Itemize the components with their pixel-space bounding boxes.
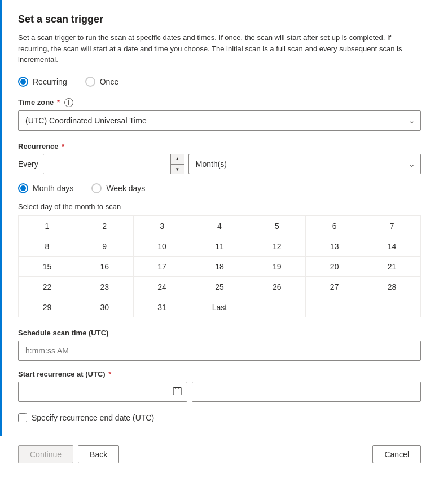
calendar-day[interactable]: 16: [76, 257, 133, 277]
calendar-day[interactable]: 13: [306, 236, 363, 257]
calendar-day[interactable]: 31: [133, 297, 191, 317]
calendar-day[interactable]: 29: [19, 297, 76, 317]
back-button[interactable]: Back: [78, 445, 119, 463]
week-days-radio[interactable]: [91, 183, 102, 193]
every-input[interactable]: 1: [43, 154, 184, 174]
calendar-day[interactable]: 8: [19, 236, 76, 257]
frequency-select-wrapper: Month(s) ⌄: [188, 154, 421, 174]
calendar-day[interactable]: 7: [363, 216, 421, 236]
calendar-day-empty: [363, 297, 421, 317]
recurring-option[interactable]: Recurring: [18, 77, 67, 87]
timezone-section: Time zone * i (UTC) Coordinated Universa…: [18, 98, 421, 131]
calendar-day[interactable]: 15: [19, 257, 76, 277]
calendar-day[interactable]: 9: [76, 236, 133, 257]
calendar-day[interactable]: 19: [248, 257, 306, 277]
calendar-day[interactable]: 17: [133, 257, 191, 277]
calendar-day[interactable]: 24: [133, 277, 191, 297]
day-type-group: Month days Week days: [18, 183, 421, 193]
timezone-label: Time zone * i: [18, 98, 421, 108]
calendar-day[interactable]: 30: [76, 297, 133, 317]
frequency-select[interactable]: Month(s): [188, 154, 421, 174]
calendar-day[interactable]: 28: [363, 277, 421, 297]
calendar-grid: Select day of the month to scan 12345678…: [18, 202, 421, 317]
calendar-day[interactable]: 26: [248, 277, 306, 297]
calendar-day[interactable]: 4: [191, 216, 248, 236]
calendar-day[interactable]: 22: [19, 277, 76, 297]
footer: Continue Back Cancel: [0, 436, 439, 472]
time-value-input[interactable]: 7:05:00 AM: [192, 382, 421, 402]
calendar-day[interactable]: 21: [363, 257, 421, 277]
recurrence-row: Every 1 ▲ ▼ Month(s) ⌄: [18, 154, 421, 174]
calendar-day-empty: [306, 297, 363, 317]
start-recurrence-label: Start recurrence at (UTC) *: [18, 370, 421, 378]
left-accent: [0, 0, 2, 436]
timezone-required: *: [55, 98, 60, 107]
month-days-label: Month days: [33, 184, 73, 193]
start-recurrence-required: *: [107, 370, 112, 378]
calendar-day[interactable]: 5: [248, 216, 306, 236]
page-title: Set a scan trigger: [18, 14, 421, 25]
date-input[interactable]: 2021-09-02: [18, 382, 187, 402]
footer-divider: [0, 436, 439, 436]
calendar-title: Select day of the month to scan: [18, 202, 421, 211]
spinner-up-button[interactable]: ▲: [170, 154, 184, 165]
month-days-option[interactable]: Month days: [18, 183, 73, 193]
calendar-table: 1234567891011121314151617181920212223242…: [18, 215, 421, 317]
every-label: Every: [18, 160, 38, 169]
timezone-info-icon[interactable]: i: [64, 98, 73, 107]
number-spinners: ▲ ▼: [170, 154, 184, 174]
calendar-day[interactable]: 6: [306, 216, 363, 236]
continue-button[interactable]: Continue: [18, 445, 73, 463]
calendar-day[interactable]: 3: [133, 216, 191, 236]
recurring-radio[interactable]: [18, 77, 28, 87]
every-input-wrapper: 1 ▲ ▼: [43, 154, 184, 174]
week-days-label: Week days: [106, 184, 145, 193]
end-date-label: Specify recurrence end date (UTC): [32, 413, 154, 422]
scan-type-group: Recurring Once: [18, 77, 421, 87]
timezone-select-wrapper: (UTC) Coordinated Universal Time ⌄: [18, 110, 421, 131]
week-days-option[interactable]: Week days: [91, 183, 145, 193]
calendar-day[interactable]: 2: [76, 216, 133, 236]
calendar-day[interactable]: 20: [306, 257, 363, 277]
once-option[interactable]: Once: [85, 77, 118, 87]
page-description: Set a scan trigger to run the scan at sp…: [18, 32, 421, 65]
calendar-day[interactable]: Last: [191, 297, 248, 317]
calendar-day[interactable]: 1: [19, 216, 76, 236]
calendar-day[interactable]: 23: [76, 277, 133, 297]
calendar-day[interactable]: 12: [248, 236, 306, 257]
cancel-button[interactable]: Cancel: [372, 445, 421, 463]
spinner-down-button[interactable]: ▼: [170, 165, 184, 175]
calendar-day-empty: [248, 297, 306, 317]
recurrence-section: Recurrence * Every 1 ▲ ▼ Month(s) ⌄: [18, 142, 421, 317]
start-recurrence-section: Start recurrence at (UTC) * 2021-09-02 7…: [18, 370, 421, 402]
timezone-select[interactable]: (UTC) Coordinated Universal Time: [18, 110, 421, 131]
calendar-day[interactable]: 18: [191, 257, 248, 277]
start-recurrence-row: 2021-09-02 7:05:00 AM: [18, 382, 421, 402]
calendar-day[interactable]: 11: [191, 236, 248, 257]
calendar-day[interactable]: 27: [306, 277, 363, 297]
calendar-day[interactable]: 25: [191, 277, 248, 297]
schedule-time-input[interactable]: [18, 341, 421, 361]
calendar-day[interactable]: 14: [363, 236, 421, 257]
end-date-row: Specify recurrence end date (UTC): [18, 413, 421, 422]
schedule-time-section: Schedule scan time (UTC): [18, 329, 421, 361]
month-days-radio[interactable]: [18, 183, 28, 193]
once-radio[interactable]: [85, 77, 95, 87]
end-date-checkbox[interactable]: [18, 413, 27, 422]
recurrence-required: *: [60, 142, 65, 151]
recurring-label: Recurring: [33, 77, 67, 86]
once-label: Once: [100, 77, 118, 86]
schedule-time-label: Schedule scan time (UTC): [18, 329, 421, 337]
date-input-wrapper: 2021-09-02: [18, 382, 187, 402]
recurrence-label: Recurrence *: [18, 142, 421, 151]
calendar-day[interactable]: 10: [133, 236, 191, 257]
